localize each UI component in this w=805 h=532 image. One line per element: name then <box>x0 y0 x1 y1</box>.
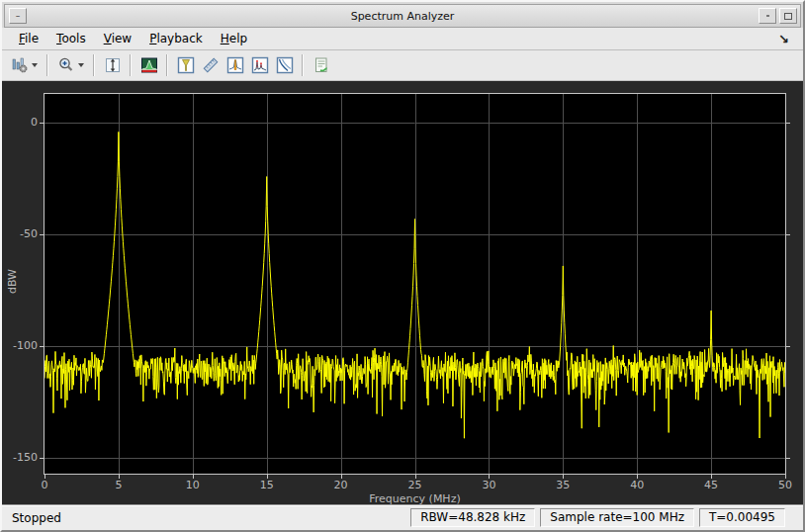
x-tick-mark <box>415 475 416 479</box>
zoom-in-icon <box>57 56 75 74</box>
status-sample-rate: Sample rate=100 MHz <box>540 508 694 527</box>
y-tick-mark-right <box>786 234 790 235</box>
x-tick-label: 25 <box>401 479 430 491</box>
toolbar-separator <box>166 54 168 76</box>
toolbar-separator <box>46 54 48 76</box>
distortion-measurements-button[interactable] <box>247 53 272 78</box>
autoscale-y-button[interactable] <box>100 53 125 78</box>
export-icon <box>313 56 330 74</box>
y-tick-mark <box>40 234 44 235</box>
x-tick-label: 45 <box>696 479 726 491</box>
ccdf-measurements-button[interactable] <box>272 53 297 78</box>
y-tick-mark <box>40 458 44 459</box>
x-tick-label: 10 <box>178 479 208 491</box>
spectrum-analyzer-window: – Spectrum Analyzer File Tools View Play… <box>0 0 805 532</box>
y-axis-label: dBW <box>6 262 19 302</box>
window-menu-button[interactable]: – <box>9 8 27 24</box>
spectrum-display-icon <box>140 56 158 74</box>
toolbar-separator <box>302 54 304 76</box>
x-tick-mark <box>711 475 712 479</box>
y-tick-mark-right <box>786 123 790 124</box>
menubar: File Tools View Playback Help ↘ <box>2 28 803 50</box>
y-tick-mark <box>40 123 44 124</box>
menu-view[interactable]: View <box>95 29 140 48</box>
x-tick-label: 0 <box>30 479 59 491</box>
titlebar: – Spectrum Analyzer <box>4 4 801 28</box>
x-tick-mark <box>341 475 342 479</box>
menu-help[interactable]: Help <box>212 29 256 48</box>
dropdown-caret-icon[interactable] <box>78 63 84 67</box>
iconify-icon <box>766 15 769 17</box>
menu-playback[interactable]: Playback <box>140 29 212 48</box>
plot-region: dBW Frequency (MHz) 05101520253035404550… <box>2 81 803 504</box>
export-button[interactable] <box>309 53 333 78</box>
signal-statistics-icon <box>202 56 220 74</box>
spectrum-settings-icon <box>11 56 29 74</box>
menu-file[interactable]: File <box>10 29 47 48</box>
x-tick-label: 30 <box>474 479 503 491</box>
minimize-icon: – <box>16 12 21 21</box>
toolbar-separator <box>93 54 95 76</box>
x-tick-label: 50 <box>770 479 800 491</box>
zoom-in-button[interactable] <box>53 53 78 78</box>
x-tick-mark <box>119 475 120 479</box>
autoscale-y-icon <box>104 56 122 74</box>
y-tick-label: -50 <box>3 227 38 240</box>
spectrum-settings-button[interactable] <box>7 53 32 78</box>
statusbar: Stopped RBW=48.828 kHz Sample rate=100 M… <box>2 504 803 530</box>
x-tick-mark <box>489 475 490 479</box>
status-state: Stopped <box>8 511 65 525</box>
status-rbw: RBW=48.828 kHz <box>410 508 535 527</box>
maximize-icon <box>784 13 792 20</box>
toolbar-separator <box>130 54 132 76</box>
signal-statistics-button[interactable] <box>198 53 223 78</box>
cursor-measurements-icon <box>177 56 195 74</box>
dropdown-caret-icon[interactable] <box>32 63 38 67</box>
y-tick-label: 0 <box>3 116 38 129</box>
y-tick-mark <box>40 346 44 347</box>
x-tick-label: 35 <box>548 479 578 491</box>
y-tick-label: -150 <box>3 451 38 464</box>
status-time: T=0.00495 <box>699 508 785 527</box>
dock-icon[interactable]: ↘ <box>772 33 795 45</box>
iconify-button[interactable] <box>759 8 776 24</box>
window-title: Spectrum Analyzer <box>5 10 800 23</box>
spectrum-plot[interactable] <box>44 93 786 475</box>
y-tick-label: -100 <box>3 339 38 352</box>
x-tick-mark <box>563 475 564 479</box>
maximize-button[interactable] <box>779 8 797 24</box>
x-tick-mark <box>637 475 638 479</box>
distortion-measurements-icon <box>251 56 269 74</box>
x-axis-label: Frequency (MHz) <box>44 492 786 504</box>
x-tick-label: 15 <box>252 479 282 491</box>
x-tick-label: 20 <box>326 479 356 491</box>
peak-finder-button[interactable] <box>223 53 247 78</box>
ccdf-measurements-icon <box>276 56 294 74</box>
menu-tools[interactable]: Tools <box>47 29 95 48</box>
spectrum-display-button[interactable] <box>136 53 161 78</box>
toolbar <box>2 50 803 81</box>
y-tick-mark-right <box>786 346 790 347</box>
peak-finder-icon <box>226 56 244 74</box>
x-tick-mark <box>45 475 45 479</box>
cursor-measurements-button[interactable] <box>173 53 198 78</box>
x-tick-label: 40 <box>622 479 652 491</box>
x-tick-mark <box>267 475 268 479</box>
y-tick-mark-right <box>786 458 790 459</box>
x-tick-mark <box>193 475 194 479</box>
x-tick-mark <box>785 475 786 479</box>
x-tick-label: 5 <box>104 479 134 491</box>
